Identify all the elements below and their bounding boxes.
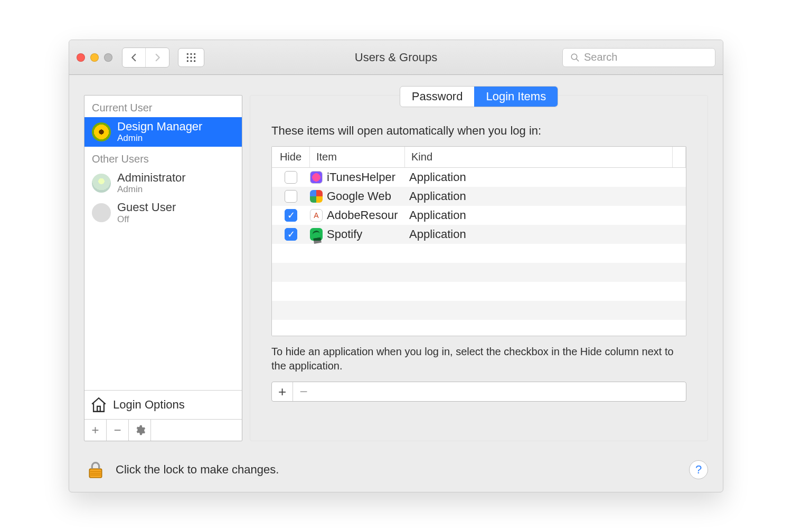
svg-point-1 [190,53,192,54]
users-sidebar: Current User Design Manager Admin Other … [84,95,242,441]
table-row[interactable]: iTunesHelper Application [272,168,686,187]
window-title: Users & Groups [355,51,438,64]
house-icon [90,396,108,414]
main-panel: Password Login Items These items will op… [250,95,708,441]
item-cell: iTunesHelper [310,170,405,184]
svg-line-10 [576,59,579,61]
svg-point-7 [190,60,192,62]
hide-checkbox[interactable] [285,209,297,222]
hide-checkbox[interactable] [285,190,297,203]
table-row-empty [272,282,686,301]
user-role: Off [117,214,176,225]
item-name: AdobeResour [327,208,398,222]
item-name: Google Web [327,189,391,203]
minimize-window-button[interactable] [90,53,99,62]
table-body: iTunesHelper Application Google Web Appl… [272,168,686,336]
user-row-administrator[interactable]: Administrator Admin [84,168,242,198]
avatar-icon [92,203,111,222]
col-hide[interactable]: Hide [272,147,310,167]
maximize-window-button[interactable] [104,53,112,62]
avatar-icon [92,174,111,193]
item-name: Spotify [327,227,362,241]
lock-icon [85,459,106,480]
hide-checkbox[interactable] [285,171,297,184]
gear-icon [134,424,146,436]
preferences-window: Users & Groups Search Current User Desig… [69,40,723,492]
tab-password[interactable]: Password [400,87,475,107]
content-area: Current User Design Manager Admin Other … [69,75,723,451]
user-name: Guest User [117,201,176,214]
app-icon [310,190,323,203]
user-role: Admin [117,184,186,195]
table-header: Hide Item Kind [272,147,686,168]
tab-login-items[interactable]: Login Items [474,87,558,107]
sidebar-footer-buttons: + − [84,419,242,441]
col-item[interactable]: Item [310,147,405,167]
hide-help-text: To hide an application when you log in, … [271,345,686,373]
close-window-button[interactable] [77,53,85,62]
item-cell: Spotify [310,227,405,241]
show-all-button[interactable] [178,48,204,67]
kind-cell: Application [405,170,686,184]
lock-help-text: Click the lock to make changes. [116,463,279,477]
login-items-table: Hide Item Kind iTunesHelper Application … [271,146,686,336]
item-cell: AdobeResour [310,208,405,222]
table-row[interactable]: Google Web Application [272,187,686,206]
table-row-empty [272,244,686,263]
kind-cell: Application [405,189,686,203]
hide-cell [272,190,310,203]
lock-button[interactable] [84,458,107,481]
back-button[interactable] [122,48,146,67]
table-row-empty [272,263,686,282]
forward-button[interactable] [146,48,169,67]
svg-rect-11 [97,406,100,412]
sidebar-footer-spacer [151,420,242,441]
table-row-empty [272,301,686,320]
search-placeholder: Search [584,51,617,63]
traffic-lights [77,53,112,62]
login-items-subtitle: These items will open automatically when… [271,124,686,138]
login-options-label: Login Options [113,398,185,412]
remove-user-button[interactable]: − [107,420,129,441]
section-other-users: Other Users [84,147,242,168]
nav-buttons [122,48,169,68]
user-actions-button[interactable] [129,420,151,441]
svg-point-4 [190,56,192,58]
item-name: iTunesHelper [327,170,395,184]
app-icon [310,171,323,184]
user-name: Design Manager [117,120,202,133]
table-row-empty [272,320,686,336]
col-kind[interactable]: Kind [405,147,673,167]
user-row-guest[interactable]: Guest User Off [84,198,242,227]
user-name: Administrator [117,172,186,184]
login-options-button[interactable]: Login Options [84,390,242,419]
kind-cell: Application [405,208,686,222]
svg-point-3 [187,56,188,58]
user-row-current[interactable]: Design Manager Admin [84,117,242,147]
add-item-button[interactable]: + [272,382,293,401]
app-icon [310,228,323,241]
search-input[interactable]: Search [562,48,715,67]
hide-cell [272,171,310,184]
hide-cell [272,209,310,222]
titlebar: Users & Groups Search [69,40,723,75]
svg-point-0 [187,53,188,54]
hide-checkbox[interactable] [285,228,297,241]
remove-item-button[interactable]: − [293,382,314,401]
svg-point-6 [187,60,188,62]
svg-point-2 [194,53,195,54]
section-current-user: Current User [84,96,242,117]
kind-cell: Application [405,227,686,241]
avatar-icon [92,122,111,141]
add-user-button[interactable]: + [84,420,107,441]
col-pad [673,147,686,167]
item-cell: Google Web [310,189,405,203]
svg-point-5 [194,56,195,58]
help-button[interactable]: ? [689,460,708,479]
hide-cell [272,228,310,241]
app-icon [310,209,323,222]
tab-bar: Password Login Items [400,86,558,107]
table-row[interactable]: AdobeResour Application [272,206,686,225]
user-role: Admin [117,133,202,144]
table-row[interactable]: Spotify Application [272,225,686,244]
